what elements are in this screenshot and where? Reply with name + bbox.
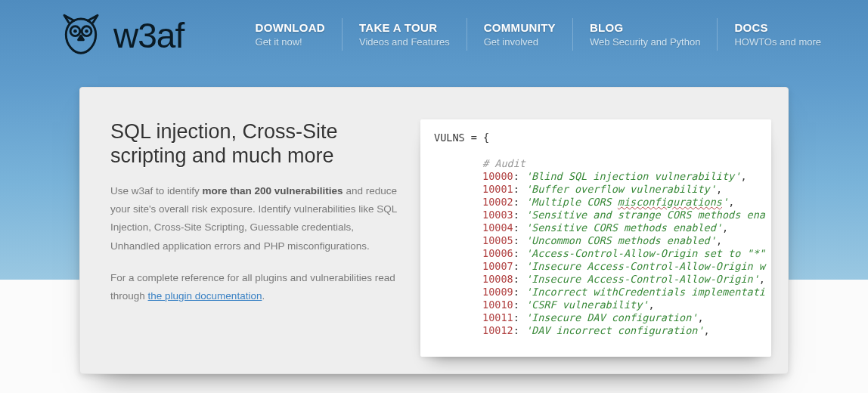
code-line: 10010: 'CSRF vulnerability',: [434, 299, 771, 311]
code-string: 'DAV incorrect configuration': [525, 324, 704, 336]
text-bold: more than 200 vulnerabilities: [203, 185, 343, 196]
code-key: 10002: [482, 196, 513, 208]
code-string: 'Insecure DAV configuration': [525, 311, 698, 323]
code-line: 10005: 'Uncommon CORS methods enabled',: [434, 234, 771, 247]
nav-title: DOWNLOAD: [256, 21, 325, 34]
code-string: 'Sensitive and strange CORS methods ena: [525, 209, 765, 221]
brand-logo[interactable]: w3af: [59, 14, 184, 57]
nav-title: DOCS: [734, 21, 821, 34]
code-comment: # Audit: [434, 157, 771, 170]
code-key: 10004: [482, 221, 513, 234]
owl-icon: [59, 14, 103, 57]
nav-title: BLOG: [590, 21, 700, 34]
code-key: 10011: [482, 311, 513, 323]
code-string-wavy: misconfigurations: [618, 196, 722, 208]
code-string: 'CSRF vulnerability': [525, 299, 649, 311]
code-blank: [434, 144, 771, 157]
nav-sub: Web Security and Python: [590, 36, 700, 48]
code-key: 10000: [482, 170, 513, 182]
hero-text: SQL injection, Cross-Site scripting and …: [110, 119, 398, 357]
nav-sub: HOWTOs and more: [734, 36, 821, 48]
code-line: 10007: 'Insecure Access-Control-Allow-Or…: [434, 260, 771, 273]
hero-paragraph-2: For a complete reference for all plugins…: [110, 269, 398, 306]
code-line: 10001: 'Buffer overflow vulnerability',: [434, 183, 771, 196]
code-tail: ,: [716, 234, 722, 246]
code-string: 'Incorrect withCredentials implementati: [525, 286, 765, 298]
brand-name: w3af: [113, 15, 184, 56]
svg-point-2: [73, 29, 77, 33]
code-tail: ,: [704, 324, 710, 336]
code-string: 'Blind SQL injection vulnerability': [525, 170, 740, 182]
main-nav: DOWNLOAD Get it now! TAKE A TOUR Videos …: [239, 14, 838, 51]
nav-community[interactable]: COMMUNITY Get involved: [467, 18, 572, 51]
hero-paragraph-1: Use w3af to identify more than 200 vulne…: [110, 182, 398, 255]
nav-title: COMMUNITY: [484, 21, 556, 34]
code-key: 10006: [482, 247, 513, 259]
code-key: 10001: [482, 183, 513, 195]
code-tail: ,: [648, 299, 654, 311]
code-key: 10010: [482, 299, 513, 311]
nav-sub: Videos and Features: [359, 36, 450, 48]
code-tail: ,: [697, 311, 703, 323]
code-string: 'Sensitive CORS methods enabled': [525, 221, 722, 234]
code-string: 'Insecure Access-Control-Allow-Origin w: [525, 260, 765, 272]
text: .: [262, 290, 265, 302]
nav-blog[interactable]: BLOG Web Security and Python: [572, 18, 717, 51]
code-tail: ,: [716, 183, 722, 195]
nav-title: TAKE A TOUR: [359, 21, 450, 34]
code-string: 'Multiple CORS misconfigurations': [525, 196, 728, 208]
code-key: 10005: [482, 234, 513, 246]
code-line: 10004: 'Sensitive CORS methods enabled',: [434, 221, 771, 234]
code-panel: VULNS = { # Audit 10000: 'Blind SQL inje…: [420, 119, 771, 357]
code-key: 10007: [482, 260, 513, 272]
code-line: 10011: 'Insecure DAV configuration',: [434, 311, 771, 324]
code-string: 'Insecure Access-Control-Allow-Origin': [525, 273, 759, 285]
text: Use w3af to identify: [110, 185, 203, 196]
code-key: 10012: [482, 324, 513, 336]
comment-text: # Audit: [482, 157, 525, 169]
code-key: 10008: [482, 273, 513, 285]
code-key: 10009: [482, 286, 513, 298]
code-line: 10003: 'Sensitive and strange CORS metho…: [434, 209, 771, 221]
code-tail: ,: [740, 170, 746, 182]
nav-download[interactable]: DOWNLOAD Get it now!: [239, 18, 342, 51]
code-string: 'Buffer overflow vulnerability': [525, 183, 716, 195]
code-tail: ,: [728, 196, 734, 208]
code-key: 10003: [482, 209, 513, 221]
svg-point-3: [85, 29, 88, 33]
code-line: 10009: 'Incorrect withCredentials implem…: [434, 286, 771, 299]
code-tail: ,: [759, 273, 765, 285]
code-line: 10006: 'Access-Control-Allow-Origin set …: [434, 247, 771, 260]
hero-card: SQL injection, Cross-Site scripting and …: [79, 87, 789, 374]
nav-tour[interactable]: TAKE A TOUR Videos and Features: [342, 18, 467, 51]
code-head: VULNS = {: [434, 132, 771, 144]
code-string: 'Uncommon CORS methods enabled': [525, 234, 716, 246]
code-line: 10000: 'Blind SQL injection vulnerabilit…: [434, 170, 771, 183]
code-string: 'Access-Control-Allow-Origin set to "*": [525, 247, 765, 259]
code-line: 10012: 'DAV incorrect configuration',: [434, 324, 771, 337]
code-line: 10008: 'Insecure Access-Control-Allow-Or…: [434, 273, 771, 286]
nav-sub: Get it now!: [256, 36, 325, 48]
nav-docs[interactable]: DOCS HOWTOs and more: [717, 18, 838, 51]
plugin-docs-link[interactable]: the plugin documentation: [148, 290, 262, 302]
nav-sub: Get involved: [484, 36, 556, 48]
code-line: 10002: 'Multiple CORS misconfigurations'…: [434, 196, 771, 209]
hero-title: SQL injection, Cross-Site scripting and …: [110, 119, 398, 169]
code-tail: ,: [722, 221, 728, 234]
site-header: w3af DOWNLOAD Get it now! TAKE A TOUR Vi…: [0, 0, 868, 76]
